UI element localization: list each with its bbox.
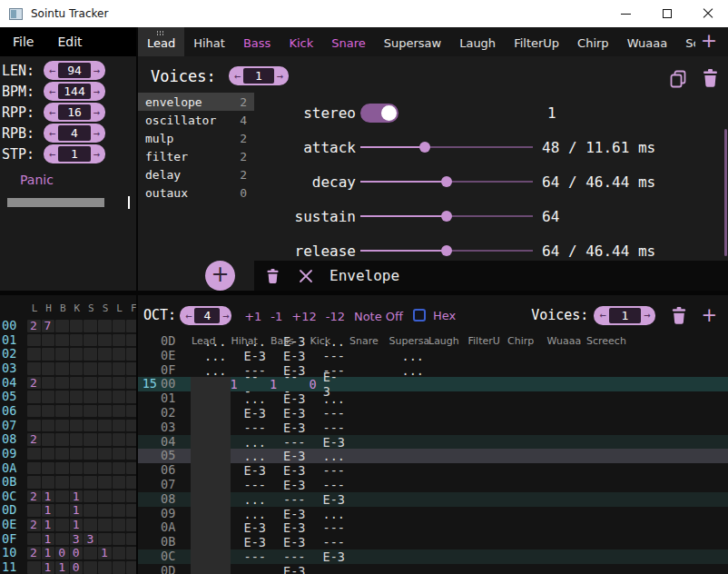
pattern-cell[interactable]: [467, 363, 507, 378]
stp-stepper-increase-arrow[interactable]: →: [91, 149, 103, 160]
order-cell[interactable]: [98, 348, 112, 361]
pattern-cell[interactable]: ...: [231, 435, 271, 450]
pattern-cell[interactable]: 1---: [270, 377, 310, 391]
pattern-cell[interactable]: [191, 492, 231, 507]
pattern-cell[interactable]: [467, 391, 507, 406]
order-cell[interactable]: 2: [27, 490, 41, 503]
maximize-button[interactable]: [646, 0, 687, 27]
order-cell[interactable]: [113, 547, 126, 559]
pattern-cell[interactable]: ---: [310, 478, 349, 492]
order-cell[interactable]: [70, 420, 84, 432]
order-cell[interactable]: [98, 476, 112, 489]
pattern-cell[interactable]: [507, 463, 546, 478]
release-slider[interactable]: [360, 244, 533, 257]
order-cell[interactable]: [98, 561, 112, 574]
order-cell[interactable]: [70, 362, 84, 375]
track-voices-stepper-decrease-arrow[interactable]: ←: [596, 310, 608, 321]
disable-unit-button[interactable]: [299, 269, 313, 283]
order-cell[interactable]: [98, 448, 112, 460]
tab-bass[interactable]: Bass: [234, 27, 280, 56]
pattern-cell[interactable]: [191, 535, 231, 549]
order-cell[interactable]: [98, 490, 112, 503]
order-cell[interactable]: [126, 504, 136, 517]
order-cell[interactable]: 0: [70, 547, 84, 559]
pattern-cell[interactable]: [310, 564, 349, 574]
pattern-cell[interactable]: [507, 535, 546, 549]
pattern-cell[interactable]: [585, 549, 625, 564]
order-cell[interactable]: [84, 561, 97, 574]
pattern-cell[interactable]: [428, 492, 467, 507]
order-cell[interactable]: [55, 448, 69, 460]
order-cell[interactable]: [42, 362, 55, 375]
pattern-cell[interactable]: [428, 478, 467, 492]
order-cell[interactable]: [113, 320, 126, 332]
order-cell[interactable]: 3: [70, 533, 84, 546]
pattern-cell[interactable]: [191, 520, 231, 535]
pattern-cell[interactable]: [389, 549, 428, 564]
note-button-note-off[interactable]: Note Off: [354, 310, 403, 323]
order-cell[interactable]: [126, 320, 136, 332]
pattern-cell[interactable]: [349, 406, 389, 421]
order-cell[interactable]: [98, 334, 112, 347]
pattern-cell[interactable]: [428, 564, 467, 574]
delete-instrument-button[interactable]: [701, 68, 720, 88]
order-cell[interactable]: 2: [27, 519, 41, 531]
order-cell[interactable]: [55, 320, 69, 332]
track-voices-stepper[interactable]: ←1→: [594, 306, 655, 325]
order-cell[interactable]: [98, 320, 112, 332]
attack-slider[interactable]: [360, 141, 533, 153]
pattern-cell[interactable]: [507, 449, 546, 463]
pattern-cell[interactable]: ...: [310, 391, 349, 406]
pattern-cell[interactable]: ---: [310, 421, 349, 435]
order-cell[interactable]: [84, 519, 97, 531]
pattern-cell[interactable]: [507, 363, 546, 378]
order-cell[interactable]: [84, 433, 97, 446]
stp-stepper-decrease-arrow[interactable]: ←: [46, 149, 58, 160]
pattern-cell[interactable]: [546, 421, 586, 435]
add-track-button[interactable]: +: [701, 306, 717, 324]
pattern-cell[interactable]: [467, 535, 507, 549]
pattern-cell[interactable]: [191, 549, 231, 564]
pattern-cell[interactable]: [585, 535, 625, 549]
pattern-cell[interactable]: E-3: [231, 406, 271, 421]
pattern-cell[interactable]: [546, 564, 586, 574]
order-cell[interactable]: [42, 377, 55, 390]
tab-wuaaa[interactable]: Wuaaa: [618, 27, 677, 56]
pattern-cell[interactable]: E-3: [270, 349, 310, 363]
order-cell[interactable]: [126, 348, 136, 361]
pattern-cell[interactable]: [428, 363, 467, 378]
pattern-cell[interactable]: [585, 421, 625, 435]
order-cell[interactable]: [27, 420, 41, 432]
pattern-cell[interactable]: [585, 435, 625, 450]
order-cell[interactable]: [55, 519, 69, 531]
order-cell[interactable]: 2: [27, 320, 41, 332]
pattern-cell[interactable]: [428, 535, 467, 549]
order-cell[interactable]: [113, 391, 126, 403]
pattern-cell[interactable]: [389, 535, 428, 549]
pattern-cell[interactable]: [546, 520, 586, 535]
rpb-stepper[interactable]: ←4→: [44, 124, 105, 143]
hex-checkbox[interactable]: [413, 309, 426, 322]
order-cell[interactable]: [126, 433, 136, 446]
order-cell[interactable]: [27, 561, 41, 574]
pattern-cell[interactable]: [467, 507, 507, 521]
order-cell[interactable]: [42, 391, 55, 403]
order-cell[interactable]: [70, 320, 84, 332]
pattern-cell[interactable]: [507, 349, 546, 363]
pattern-cell[interactable]: [349, 535, 389, 549]
pattern-cell[interactable]: [349, 507, 389, 521]
pattern-cell[interactable]: ...: [389, 349, 428, 363]
octave-stepper-decrease-arrow[interactable]: ←: [182, 311, 194, 322]
order-cell[interactable]: 0: [55, 547, 69, 559]
pattern-cell[interactable]: E-3: [270, 564, 310, 574]
instrument-voices-stepper[interactable]: ←1→: [229, 66, 289, 85]
pattern-cell[interactable]: E-3: [270, 391, 310, 406]
order-cell[interactable]: [42, 405, 55, 418]
pattern-cell[interactable]: [428, 406, 467, 421]
pattern-cell[interactable]: [349, 564, 389, 574]
pattern-cell[interactable]: [389, 492, 428, 507]
pattern-cell[interactable]: [389, 520, 428, 535]
order-cell[interactable]: [113, 476, 126, 489]
order-cell[interactable]: 0: [70, 561, 84, 574]
pattern-cell[interactable]: [389, 478, 428, 492]
